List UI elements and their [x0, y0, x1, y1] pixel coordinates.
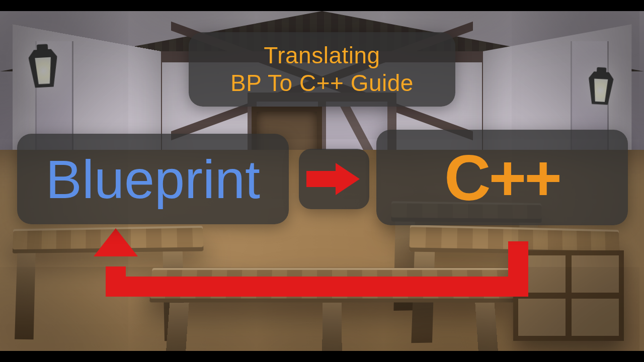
- lantern-icon: [587, 67, 614, 106]
- arrow-right-icon: [306, 164, 362, 194]
- title-line-2: BP To C++ Guide: [230, 69, 414, 97]
- cpp-card: C++: [376, 130, 628, 225]
- wood-table: [149, 268, 515, 302]
- blueprint-label: Blueprint: [46, 148, 260, 211]
- cpp-label: C++: [444, 141, 560, 215]
- letterbox-top: [0, 0, 644, 11]
- letterbox-bottom: [0, 351, 644, 362]
- wood-crate: [513, 250, 624, 341]
- forward-arrow-card: [299, 149, 369, 209]
- lantern-icon: [28, 44, 59, 88]
- blueprint-card: Blueprint: [17, 134, 289, 224]
- title-card: Translating BP To C++ Guide: [189, 32, 455, 107]
- thumbnail-stage: Translating BP To C++ Guide Blueprint C+…: [0, 0, 644, 362]
- title-line-1: Translating: [230, 42, 414, 69]
- wood-table: [13, 226, 204, 253]
